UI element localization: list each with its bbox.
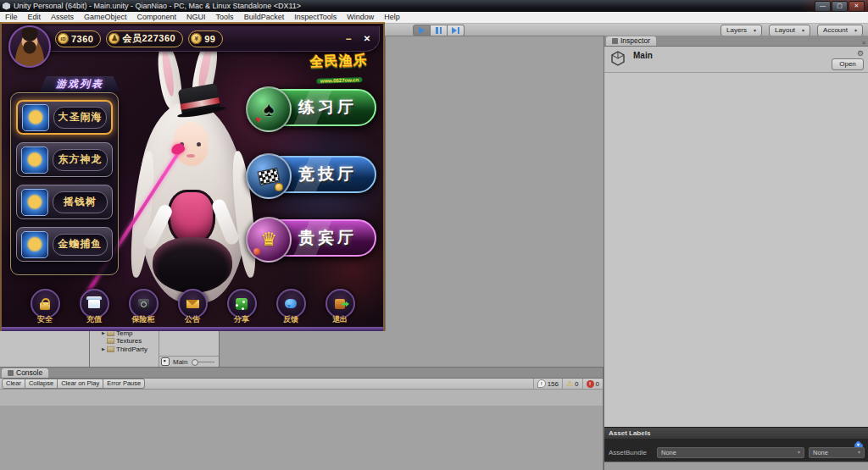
shop-icon: [88, 300, 100, 308]
game-logo: 全民渔乐 www.0527ow.cn: [298, 51, 380, 86]
unity-cube-icon: [609, 50, 626, 67]
warning-counter[interactable]: 0: [562, 379, 582, 389]
inspector-footer: [604, 462, 868, 470]
recharge-button[interactable]: 充值: [75, 289, 114, 325]
window-minimize-button[interactable]: —: [815, 1, 831, 12]
console-panel: Console Clear Collapse Clear on Play Err…: [0, 367, 604, 406]
folder-icon: [107, 338, 114, 344]
feedback-button[interactable]: 反馈: [271, 289, 310, 325]
player-avatar[interactable]: [8, 25, 51, 68]
game-item-yaoqianshu[interactable]: 摇钱树: [16, 185, 113, 219]
coins-pill: 99: [188, 30, 223, 47]
asset-labels-section: Asset Labels AssetBundle None None: [604, 427, 868, 462]
account-dropdown[interactable]: Account: [817, 25, 863, 36]
assetbundle-dropdown[interactable]: None: [657, 447, 804, 458]
inspector-panel: Inspector ≡ Main Open Asset Labels Asset…: [604, 36, 868, 470]
folder-row[interactable]: Textures: [90, 337, 159, 346]
game-top-bar: 7360 会员227360 99: [24, 26, 380, 52]
inspector-asset-title: Main: [633, 51, 653, 60]
layers-dropdown[interactable]: Layers: [721, 25, 762, 36]
game-bottom-strip: [2, 327, 383, 331]
character-skirt: [153, 237, 232, 293]
window-close-button[interactable]: ✕: [849, 1, 865, 12]
game-item-jinchanbuyu[interactable]: 金蟾捕鱼: [16, 227, 113, 262]
console-error-pause-toggle[interactable]: Error Pause: [103, 379, 145, 389]
window-controls: — ▢ ✕: [815, 1, 868, 12]
gear-icon[interactable]: [857, 49, 864, 58]
empty-area: [0, 406, 604, 470]
asset-labels-header[interactable]: Asset Labels: [604, 427, 868, 439]
practice-hall-button[interactable]: 练习厅: [249, 89, 376, 126]
unity-editor-window: Unity Personal (64bit) - Main.unity - Qi…: [0, 0, 868, 470]
project-footer: Main: [159, 356, 219, 367]
member-icon: [108, 33, 120, 44]
vip-hall-button[interactable]: 贵宾厅: [249, 219, 376, 257]
window-maximize-button[interactable]: ▢: [832, 1, 848, 12]
console-tabrow: Console: [0, 368, 603, 379]
toolbar-dropdowns: Layers Layout Account: [721, 25, 863, 36]
game-item-label: 摇钱树: [53, 191, 108, 213]
pause-icon: [436, 27, 442, 34]
game-item-label: 大圣闹海: [53, 107, 107, 129]
thumbnail-zoom-slider[interactable]: [192, 362, 214, 362]
open-button[interactable]: Open: [832, 58, 864, 70]
console-tab-icon: [8, 370, 14, 376]
expand-arrow-icon[interactable]: [100, 330, 107, 335]
safety-button[interactable]: 安全: [25, 289, 64, 325]
info-icon: [537, 379, 546, 388]
game-item-label: 金蟾捕鱼: [53, 234, 108, 256]
chat-bubble-icon: [285, 299, 297, 308]
inspector-menu-icon[interactable]: ≡: [862, 40, 868, 46]
console-clear-button[interactable]: Clear: [2, 379, 25, 389]
game-item-dashengnaohai[interactable]: 大圣闹海: [16, 100, 113, 135]
pause-button[interactable]: [431, 25, 448, 36]
play-controls: [413, 25, 465, 36]
expand-arrow-icon[interactable]: [100, 346, 107, 351]
game-minimize-button[interactable]: [342, 32, 355, 45]
trophy-icon: [246, 217, 292, 263]
window-title: Unity Personal (64bit) - Main.unity - Qi…: [14, 2, 301, 10]
lock-icon: [40, 302, 50, 310]
game-footer-menu: 安全 充值 保险柜 公告 分享 反馈 退出: [25, 289, 359, 325]
game-close-button[interactable]: [360, 32, 374, 45]
step-icon: [452, 27, 459, 34]
coin-icon: [191, 33, 202, 44]
error-counter[interactable]: 0: [582, 379, 603, 389]
inspector-empty-body: [604, 73, 868, 427]
info-counter[interactable]: 156: [533, 379, 562, 389]
console-clear-on-play-toggle[interactable]: Clear on Play: [58, 379, 103, 389]
folder-label: Textures: [116, 337, 142, 345]
game-list-title: 游戏列表: [39, 76, 120, 92]
folder-row[interactable]: ThirdParty: [90, 346, 159, 354]
slider-knob[interactable]: [192, 359, 198, 366]
id-badge-icon: [58, 33, 69, 44]
game-thumbnail-icon: [21, 147, 48, 174]
console-counters: 156 0 0: [533, 379, 603, 389]
mini-top-hat: [178, 83, 221, 115]
assetbundle-row: AssetBundle None None: [609, 447, 865, 458]
play-button[interactable]: [413, 25, 431, 36]
game-item-dongfangshenlong[interactable]: 东方神龙: [16, 142, 113, 177]
play-icon: [419, 27, 425, 34]
inspector-header: Main Open: [604, 47, 868, 73]
game-thumbnail-icon: [21, 189, 48, 216]
assetbundle-variant-dropdown[interactable]: None: [809, 447, 865, 458]
arena-hall-button[interactable]: 竞技厅: [249, 156, 376, 193]
tab-inspector[interactable]: Inspector: [606, 36, 656, 46]
folder-label: ThirdParty: [116, 346, 147, 353]
console-toolbar: Clear Collapse Clear on Play Error Pause…: [0, 379, 603, 390]
share-button[interactable]: 分享: [222, 289, 261, 325]
checkered-flag-icon: [246, 153, 292, 199]
exit-button[interactable]: 退出: [320, 289, 359, 325]
console-log-area[interactable]: [0, 390, 603, 406]
layout-dropdown[interactable]: Layout: [769, 25, 810, 36]
footer-label: 安全: [37, 314, 53, 325]
console-collapse-toggle[interactable]: Collapse: [25, 379, 58, 389]
announcement-button[interactable]: 公告: [173, 289, 212, 325]
envelope-icon: [186, 300, 199, 308]
coins-value: 99: [204, 34, 215, 44]
tab-console[interactable]: Console: [2, 368, 48, 378]
step-button[interactable]: [448, 25, 465, 36]
vault-button[interactable]: 保险柜: [124, 289, 163, 325]
selected-asset-icon: [161, 357, 170, 366]
